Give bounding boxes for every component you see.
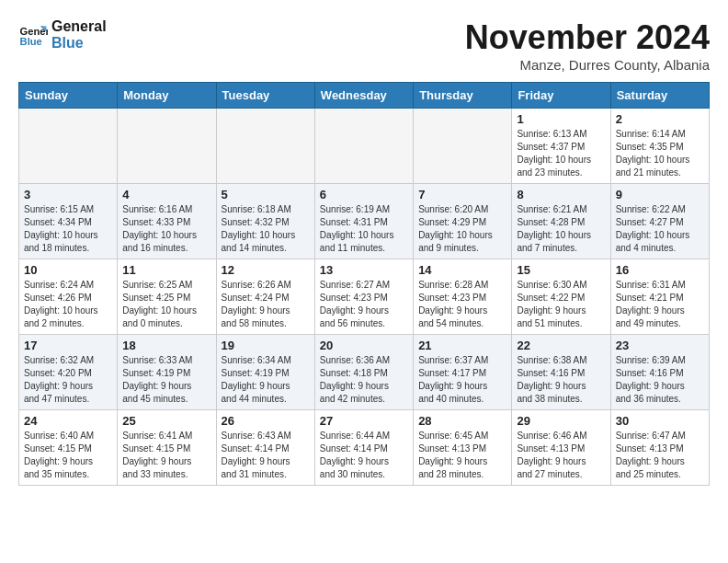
calendar-cell: 7Sunrise: 6:20 AM Sunset: 4:29 PM Daylig… <box>414 184 512 259</box>
calendar-cell <box>118 109 216 184</box>
day-info: Sunrise: 6:30 AM Sunset: 4:22 PM Dayligh… <box>517 279 605 330</box>
day-number: 9 <box>616 188 704 201</box>
calendar-week-row: 1Sunrise: 6:13 AM Sunset: 4:37 PM Daylig… <box>19 109 710 184</box>
calendar-cell <box>216 109 314 184</box>
calendar-cell: 15Sunrise: 6:30 AM Sunset: 4:22 PM Dayli… <box>512 259 610 335</box>
day-info: Sunrise: 6:25 AM Sunset: 4:25 PM Dayligh… <box>122 279 210 330</box>
day-header-sunday: Sunday <box>19 83 118 109</box>
calendar-cell: 1Sunrise: 6:13 AM Sunset: 4:37 PM Daylig… <box>512 109 610 184</box>
day-info: Sunrise: 6:27 AM Sunset: 4:23 PM Dayligh… <box>320 279 408 330</box>
location-subtitle: Manze, Durres County, Albania <box>465 57 710 73</box>
header: General Blue General Blue November 2024 … <box>18 18 710 73</box>
day-number: 29 <box>517 414 605 428</box>
day-number: 27 <box>320 414 408 428</box>
day-info: Sunrise: 6:20 AM Sunset: 4:29 PM Dayligh… <box>418 203 506 255</box>
calendar-cell: 14Sunrise: 6:28 AM Sunset: 4:23 PM Dayli… <box>414 259 512 335</box>
day-number: 12 <box>222 263 310 277</box>
calendar-cell: 22Sunrise: 6:38 AM Sunset: 4:16 PM Dayli… <box>512 335 610 410</box>
day-info: Sunrise: 6:16 AM Sunset: 4:33 PM Dayligh… <box>122 203 210 255</box>
calendar-cell <box>19 109 118 184</box>
calendar-cell: 26Sunrise: 6:43 AM Sunset: 4:14 PM Dayli… <box>216 410 314 486</box>
day-number: 21 <box>418 339 506 352</box>
day-number: 14 <box>418 263 506 277</box>
day-number: 5 <box>222 188 310 201</box>
calendar-cell: 19Sunrise: 6:34 AM Sunset: 4:19 PM Dayli… <box>216 335 314 410</box>
day-header-monday: Monday <box>118 83 216 109</box>
day-header-saturday: Saturday <box>610 83 709 109</box>
day-number: 19 <box>222 339 310 352</box>
calendar-week-row: 3Sunrise: 6:15 AM Sunset: 4:34 PM Daylig… <box>19 184 710 259</box>
calendar-cell: 21Sunrise: 6:37 AM Sunset: 4:17 PM Dayli… <box>414 335 512 410</box>
calendar-cell: 5Sunrise: 6:18 AM Sunset: 4:32 PM Daylig… <box>216 184 314 259</box>
calendar-cell: 12Sunrise: 6:26 AM Sunset: 4:24 PM Dayli… <box>216 259 314 335</box>
day-number: 3 <box>24 188 112 201</box>
day-info: Sunrise: 6:19 AM Sunset: 4:31 PM Dayligh… <box>320 203 408 255</box>
day-number: 13 <box>320 263 408 277</box>
calendar-cell: 20Sunrise: 6:36 AM Sunset: 4:18 PM Dayli… <box>314 335 413 410</box>
day-header-thursday: Thursday <box>414 83 512 109</box>
day-info: Sunrise: 6:22 AM Sunset: 4:27 PM Dayligh… <box>616 203 704 255</box>
day-info: Sunrise: 6:13 AM Sunset: 4:37 PM Dayligh… <box>517 128 605 179</box>
day-info: Sunrise: 6:36 AM Sunset: 4:18 PM Dayligh… <box>320 354 408 406</box>
day-info: Sunrise: 6:44 AM Sunset: 4:14 PM Dayligh… <box>320 430 408 481</box>
day-header-tuesday: Tuesday <box>216 83 314 109</box>
day-number: 24 <box>24 414 112 428</box>
day-info: Sunrise: 6:38 AM Sunset: 4:16 PM Dayligh… <box>517 354 605 406</box>
calendar-cell: 28Sunrise: 6:45 AM Sunset: 4:13 PM Dayli… <box>414 410 512 486</box>
day-number: 26 <box>222 414 310 428</box>
day-number: 10 <box>24 263 112 277</box>
logo-line2: Blue <box>51 35 107 52</box>
day-number: 18 <box>122 339 210 352</box>
day-info: Sunrise: 6:28 AM Sunset: 4:23 PM Dayligh… <box>418 279 506 330</box>
day-info: Sunrise: 6:15 AM Sunset: 4:34 PM Dayligh… <box>24 203 112 255</box>
calendar-cell: 13Sunrise: 6:27 AM Sunset: 4:23 PM Dayli… <box>314 259 413 335</box>
day-number: 8 <box>517 188 605 201</box>
calendar-week-row: 24Sunrise: 6:40 AM Sunset: 4:15 PM Dayli… <box>19 410 710 486</box>
day-info: Sunrise: 6:47 AM Sunset: 4:13 PM Dayligh… <box>616 430 704 481</box>
day-info: Sunrise: 6:32 AM Sunset: 4:20 PM Dayligh… <box>24 354 112 406</box>
day-number: 6 <box>320 188 408 201</box>
svg-text:Blue: Blue <box>20 36 42 47</box>
day-number: 16 <box>616 263 704 277</box>
month-title: November 2024 <box>465 18 710 57</box>
calendar-table: SundayMondayTuesdayWednesdayThursdayFrid… <box>18 82 710 486</box>
calendar-cell: 11Sunrise: 6:25 AM Sunset: 4:25 PM Dayli… <box>118 259 216 335</box>
calendar-cell: 6Sunrise: 6:19 AM Sunset: 4:31 PM Daylig… <box>314 184 413 259</box>
day-info: Sunrise: 6:34 AM Sunset: 4:19 PM Dayligh… <box>222 354 310 406</box>
day-info: Sunrise: 6:18 AM Sunset: 4:32 PM Dayligh… <box>222 203 310 255</box>
day-header-wednesday: Wednesday <box>314 83 413 109</box>
calendar-cell: 29Sunrise: 6:46 AM Sunset: 4:13 PM Dayli… <box>512 410 610 486</box>
day-info: Sunrise: 6:40 AM Sunset: 4:15 PM Dayligh… <box>24 430 112 481</box>
day-number: 7 <box>418 188 506 201</box>
calendar-cell: 8Sunrise: 6:21 AM Sunset: 4:28 PM Daylig… <box>512 184 610 259</box>
day-number: 4 <box>122 188 210 201</box>
logo: General Blue General Blue <box>18 18 107 51</box>
day-info: Sunrise: 6:39 AM Sunset: 4:16 PM Dayligh… <box>616 354 704 406</box>
day-info: Sunrise: 6:46 AM Sunset: 4:13 PM Dayligh… <box>517 430 605 481</box>
calendar-cell: 9Sunrise: 6:22 AM Sunset: 4:27 PM Daylig… <box>610 184 709 259</box>
day-number: 25 <box>122 414 210 428</box>
logo-line1: General <box>51 18 107 35</box>
day-number: 28 <box>418 414 506 428</box>
calendar-week-row: 17Sunrise: 6:32 AM Sunset: 4:20 PM Dayli… <box>19 335 710 410</box>
calendar-cell: 10Sunrise: 6:24 AM Sunset: 4:26 PM Dayli… <box>19 259 118 335</box>
calendar-week-row: 10Sunrise: 6:24 AM Sunset: 4:26 PM Dayli… <box>19 259 710 335</box>
day-number: 23 <box>616 339 704 352</box>
day-info: Sunrise: 6:26 AM Sunset: 4:24 PM Dayligh… <box>222 279 310 330</box>
logo-icon: General Blue <box>18 20 48 50</box>
calendar-cell: 4Sunrise: 6:16 AM Sunset: 4:33 PM Daylig… <box>118 184 216 259</box>
day-number: 15 <box>517 263 605 277</box>
day-number: 1 <box>517 112 605 126</box>
calendar-cell: 23Sunrise: 6:39 AM Sunset: 4:16 PM Dayli… <box>610 335 709 410</box>
day-number: 30 <box>616 414 704 428</box>
calendar-body: 1Sunrise: 6:13 AM Sunset: 4:37 PM Daylig… <box>19 109 710 486</box>
day-info: Sunrise: 6:33 AM Sunset: 4:19 PM Dayligh… <box>122 354 210 406</box>
day-number: 11 <box>122 263 210 277</box>
day-info: Sunrise: 6:14 AM Sunset: 4:35 PM Dayligh… <box>616 128 704 179</box>
day-info: Sunrise: 6:45 AM Sunset: 4:13 PM Dayligh… <box>418 430 506 481</box>
calendar-cell <box>314 109 413 184</box>
day-number: 17 <box>24 339 112 352</box>
day-header-friday: Friday <box>512 83 610 109</box>
day-info: Sunrise: 6:21 AM Sunset: 4:28 PM Dayligh… <box>517 203 605 255</box>
day-info: Sunrise: 6:31 AM Sunset: 4:21 PM Dayligh… <box>616 279 704 330</box>
